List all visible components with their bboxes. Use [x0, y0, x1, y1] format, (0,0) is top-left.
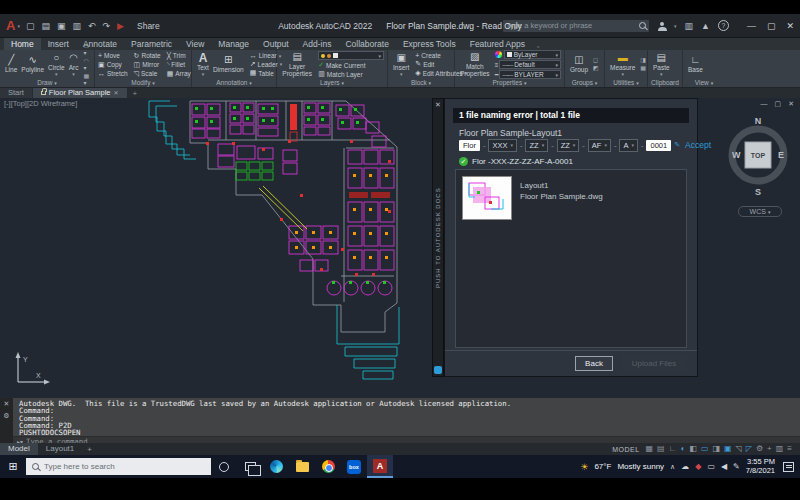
scale-tool[interactable]: ◹Scale	[134, 70, 161, 78]
calculator-icon[interactable]: ▦	[640, 65, 646, 72]
filename-segment-1[interactable]: XXX▾	[488, 139, 517, 152]
drawing-minimize-icon[interactable]: —	[761, 100, 768, 108]
weather-condition[interactable]: Mostly sunny	[617, 462, 664, 471]
volume-icon[interactable]: ◀	[721, 462, 727, 471]
color-select[interactable]: ByLayer▾	[504, 50, 561, 59]
autocad-taskbar-button[interactable]: A	[367, 455, 393, 478]
ribbon-tab-parametric[interactable]: Parametric	[124, 38, 179, 50]
security-icon[interactable]: ◆	[695, 462, 701, 471]
close-tab-icon[interactable]: ✕	[114, 88, 119, 98]
segment-edit-icon[interactable]: ✎	[674, 141, 680, 149]
compass-west[interactable]: W	[732, 150, 741, 160]
line-tool[interactable]: ╱Line	[5, 55, 17, 73]
copy-tool[interactable]: ▣Copy	[98, 61, 128, 69]
viewcube-face-label[interactable]: TOP	[751, 152, 766, 159]
tray-chevron-up-icon[interactable]: ∧	[670, 463, 675, 471]
status-toggle-9[interactable]: ◸	[746, 444, 752, 454]
status-toggle-7[interactable]: ▣	[724, 444, 732, 454]
redo-icon[interactable]: ↷	[103, 21, 111, 31]
make-current-tool[interactable]: ✓Make Current	[318, 61, 384, 69]
quick-select-icon[interactable]: ◨	[640, 57, 646, 64]
text-tool[interactable]: AText▾	[197, 53, 209, 76]
status-toggle-4[interactable]: ◧	[689, 444, 697, 454]
search-icon[interactable]	[639, 22, 646, 29]
polyline-tool[interactable]: ∿Polyline	[21, 55, 44, 73]
command-close-icon[interactable]: ✕	[4, 400, 10, 408]
group-tool[interactable]: ◫Group	[570, 55, 588, 73]
task-view-button[interactable]	[237, 455, 263, 478]
autodesk-apps-icon[interactable]: ▲	[701, 21, 710, 31]
match-layer-tool[interactable]: ▥Match Layer	[318, 70, 384, 78]
user-dropdown-icon[interactable]: ▾	[674, 23, 677, 29]
undo-icon[interactable]: ↶	[88, 21, 96, 31]
new-icon[interactable]: ▢	[26, 21, 35, 31]
accept-link[interactable]: Accept	[685, 140, 711, 150]
upload-files-button[interactable]: Upload Files	[621, 356, 687, 371]
palette-properties-icon[interactable]	[434, 366, 442, 374]
space-mode-label[interactable]: MODEL	[612, 446, 639, 453]
ribbon-tab-output[interactable]: Output	[256, 38, 296, 50]
layer-properties-tool[interactable]: ▤Layer Properties	[282, 52, 312, 77]
share-button[interactable]: Share	[137, 21, 160, 31]
mirror-tool[interactable]: ◫Mirror	[134, 61, 161, 69]
file-explorer-button[interactable]	[289, 455, 315, 478]
status-toggle-11[interactable]: +	[767, 444, 772, 454]
layout1-tab[interactable]: Layout1	[38, 443, 82, 455]
move-tool[interactable]: +Move	[98, 52, 128, 60]
start-button[interactable]: ⊞	[0, 460, 26, 473]
view-cube[interactable]: N W E S TOP	[728, 111, 788, 221]
status-toggle-0[interactable]: ▦	[646, 444, 654, 454]
cortana-button[interactable]	[211, 455, 237, 478]
logo-dropdown-icon[interactable]: ▾	[17, 23, 20, 29]
open-icon[interactable]: ▤	[41, 21, 50, 31]
ribbon-tab-add-ins[interactable]: Add-ins	[296, 38, 339, 50]
status-toggle-13[interactable]: ≡	[787, 444, 792, 454]
onedrive-cloud-icon[interactable]: ☁	[681, 462, 689, 471]
measure-tool[interactable]: ▬Measure▾	[610, 53, 635, 76]
dimension-tool[interactable]: ⊞Dimension	[213, 55, 244, 73]
file-tab-floor-plan-sample[interactable]: Floor Plan Sample ✕	[33, 88, 127, 98]
palette-close-icon[interactable]: ✕	[435, 101, 441, 109]
viewport-label[interactable]: [-][Top][2D Wireframe]	[4, 99, 77, 108]
ribbon-tab-home[interactable]: Home	[4, 38, 41, 50]
taskbar-search-input[interactable]	[44, 462, 205, 471]
add-layout-button[interactable]: +	[82, 445, 97, 454]
trim-tool[interactable]: ╳Trim	[167, 52, 191, 60]
rectangle-icon[interactable]: ▭ ▾	[83, 43, 91, 57]
filename-segment-4[interactable]: AF▾	[588, 139, 611, 152]
save-icon[interactable]: ▣	[57, 21, 66, 31]
action-center-icon[interactable]	[783, 462, 794, 472]
autocad-logo[interactable]: A	[6, 18, 15, 33]
minimize-icon[interactable]: —	[747, 21, 756, 31]
insert-tool[interactable]: ▣Insert▾	[393, 53, 409, 76]
help-search-input[interactable]	[506, 21, 639, 30]
ribbon-tab-view[interactable]: View	[179, 38, 211, 50]
command-customize-icon[interactable]: ⚙	[3, 412, 9, 420]
plot-icon[interactable]: ▥	[72, 21, 81, 31]
match-properties-tool[interactable]: ▨Match Properties	[460, 52, 490, 77]
base-tool[interactable]: ∟Base	[688, 55, 703, 73]
ribbon-tab-manage[interactable]: Manage	[211, 38, 256, 50]
wcs-selector[interactable]: WCS▾	[738, 206, 782, 217]
ribbon-tab-collaborate[interactable]: Collaborate	[338, 38, 395, 50]
back-button[interactable]: Back	[575, 356, 613, 371]
linetype-select[interactable]: ——Default▾	[499, 60, 561, 69]
status-toggle-1[interactable]: ▤	[657, 444, 665, 454]
paste-tool[interactable]: ▤Paste▾	[653, 53, 670, 76]
status-toggle-3[interactable]: ◐	[681, 444, 686, 454]
compass-east[interactable]: E	[778, 150, 784, 160]
ribbon-tab-featured-apps[interactable]: Featured Apps	[463, 38, 532, 50]
status-toggle-6[interactable]: ◨	[712, 444, 720, 454]
app-store-cart-icon[interactable]: ▥	[685, 21, 694, 31]
signin-user-icon[interactable]	[658, 22, 666, 30]
box-button[interactable]: box	[341, 455, 367, 478]
stretch-tool[interactable]: ↔Stretch	[98, 70, 128, 78]
filename-segment-0[interactable]: Flor	[459, 140, 480, 151]
close-icon[interactable]: ✕	[786, 21, 794, 31]
ribbon-tab-express-tools[interactable]: Express Tools	[396, 38, 463, 50]
filename-segment-2[interactable]: ZZ▾	[525, 139, 548, 152]
chrome-button[interactable]	[315, 455, 341, 478]
ellipse-icon[interactable]: ◠ ▾	[83, 58, 91, 72]
array-tool[interactable]: ▦Array	[167, 70, 191, 78]
restore-icon[interactable]: ▢	[767, 21, 776, 31]
